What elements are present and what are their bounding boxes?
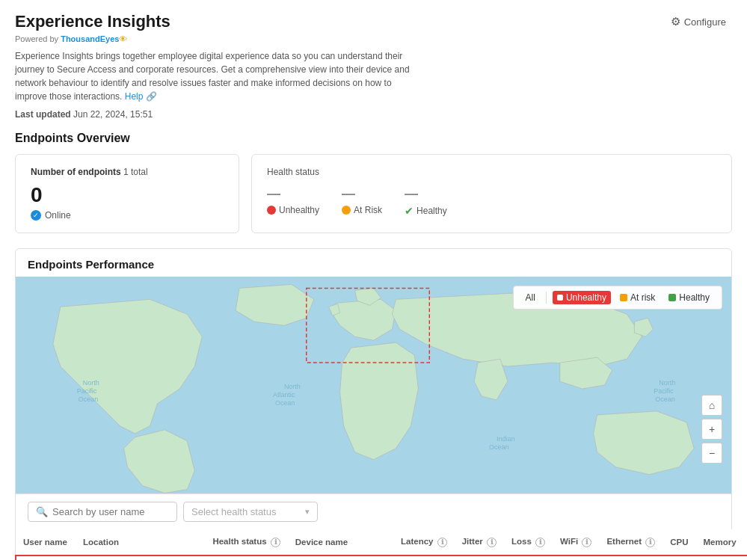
cell-ethernet: — (599, 556, 663, 560)
map-legend: All Unhealthy At risk Healthy (513, 286, 722, 310)
cell-location: Frankfurt am Main, Germany (76, 556, 205, 560)
map-section: Endpoints Performance (15, 248, 732, 560)
map-section-title: Endpoints Performance (16, 249, 731, 277)
svg-text:Pacific: Pacific (77, 387, 97, 395)
last-updated: Last updated Jun 22, 2024, 15:51 (15, 109, 732, 120)
svg-text:Indian: Indian (497, 435, 514, 443)
cell-loss: — (504, 556, 553, 560)
powered-by: Powered by ThousandEyes👁 (15, 34, 732, 43)
legend-all[interactable]: All (521, 291, 540, 304)
description-text: Experience Insights brings together empl… (15, 49, 419, 103)
cell-jitter: — (455, 556, 504, 560)
at-risk-dot (342, 206, 351, 215)
col-location: Location (76, 529, 205, 556)
map-controls: ⌂ + − (701, 395, 722, 464)
cell-device: DESKTOP-JLL4OS0 (288, 556, 393, 560)
svg-text:North: North (659, 379, 675, 387)
col-username: User name (16, 529, 76, 556)
col-latency: Latency ℹ (393, 529, 455, 556)
wifi-info-icon[interactable]: ℹ (582, 538, 591, 547)
endpoint-count-value: 0 (31, 183, 224, 207)
unhealthy-dot (267, 206, 276, 215)
loss-info-icon[interactable]: ℹ (535, 538, 545, 547)
endpoints-count-label: Number of endpoints 1 total (31, 167, 224, 177)
cell-cpu: — (663, 556, 695, 560)
health-at-risk: — At Risk (342, 186, 382, 217)
health-unhealthy: — Unhealthy (267, 186, 319, 217)
col-cpu: CPU (663, 529, 695, 556)
world-map[interactable]: North Pacific Ocean North Atlantic Ocean… (16, 277, 731, 493)
health-status-label: Health status (267, 167, 716, 177)
cell-health: Offline 1 (205, 556, 287, 560)
cell-username: Sergiy 3 (16, 556, 76, 560)
search-icon: 🔍 (36, 506, 48, 517)
health-status-select[interactable]: Select health status ▾ (183, 502, 318, 522)
table-controls: 🔍 Select health status ▾ (16, 493, 731, 529)
endpoints-overview-title: Endpoints Overview (15, 132, 732, 145)
col-wifi: WiFi ℹ (553, 529, 599, 556)
map-zoom-out-button[interactable]: − (701, 443, 722, 464)
col-jitter: Jitter ℹ (455, 529, 504, 556)
healthy-check-icon: ✔ (405, 205, 414, 217)
col-health: Health status ℹ (205, 529, 287, 556)
legend-healthy[interactable]: Healthy (664, 291, 714, 304)
select-placeholder: Select health status (191, 506, 301, 517)
legend-unhealthy[interactable]: Unhealthy (553, 291, 611, 304)
svg-text:Ocean: Ocean (655, 396, 674, 403)
gear-icon: ⚙ (671, 15, 680, 28)
health-healthy: — ✔ Healthy (405, 186, 447, 217)
table-row[interactable]: Sergiy 3 Frankfurt am Main, Germany Offl… (16, 556, 747, 560)
health-status-card: Health status — Unhealthy — At Risk (251, 154, 732, 233)
svg-text:Ocean: Ocean (489, 443, 508, 451)
svg-text:North: North (83, 379, 99, 387)
svg-text:Ocean: Ocean (275, 399, 295, 407)
svg-text:Atlantic: Atlantic (273, 391, 295, 399)
jitter-info-icon[interactable]: ℹ (487, 538, 497, 547)
latency-info-icon[interactable]: ℹ (437, 538, 447, 547)
endpoints-count-card: Number of endpoints 1 total 0 Online (15, 154, 239, 233)
cell-wifi: — (553, 556, 599, 560)
endpoints-table: User name Location Health status ℹ Devic… (16, 529, 747, 560)
configure-label: Configure (684, 16, 726, 28)
col-memory: Memory (696, 529, 744, 556)
cell-memory: — 2 (696, 556, 744, 560)
configure-button[interactable]: ⚙ Configure (665, 12, 732, 31)
svg-text:Ocean: Ocean (79, 396, 98, 403)
svg-text:North: North (284, 383, 301, 390)
online-status: Online (31, 210, 224, 221)
map-home-button[interactable]: ⌂ (701, 395, 722, 416)
svg-text:Pacific: Pacific (654, 387, 674, 395)
search-input[interactable] (52, 506, 165, 517)
search-wrap[interactable]: 🔍 (28, 502, 177, 522)
map-zoom-in-button[interactable]: + (701, 419, 722, 440)
cell-latency: — (393, 556, 455, 560)
table-wrap: User name Location Health status ℹ Devic… (16, 529, 731, 560)
cell-os: Microsoft Windows 10 Pro (744, 556, 747, 560)
help-link[interactable]: Help (125, 91, 144, 102)
health-info-icon[interactable]: ℹ (271, 538, 280, 547)
ethernet-info-icon[interactable]: ℹ (645, 538, 655, 547)
online-dot-icon (31, 210, 41, 221)
col-os: OS (744, 529, 747, 556)
col-device: Device name (288, 529, 393, 556)
col-ethernet: Ethernet ℹ (599, 529, 663, 556)
col-loss: Loss ℹ (504, 529, 553, 556)
legend-at-risk[interactable]: At risk (615, 291, 660, 304)
chevron-down-icon: ▾ (305, 507, 310, 517)
page-title: Experience Insights (15, 12, 170, 31)
